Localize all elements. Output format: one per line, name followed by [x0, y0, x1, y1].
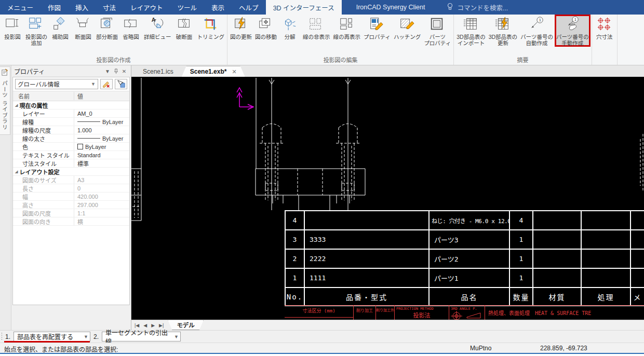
property-row-線種[interactable]: 線種ByLayer	[13, 118, 129, 126]
ribbon-button-explode[interactable]: 分解	[278, 15, 301, 40]
hide-lines-icon	[308, 16, 325, 33]
ribbon-button-section[interactable]: 断面図	[72, 15, 95, 40]
property-row-図面の向き[interactable]: 図面の向き横	[13, 217, 129, 226]
bom-row[interactable]: 33333パーツ31	[285, 230, 644, 249]
color-swatch	[77, 144, 83, 149]
next-sheet-button[interactable]: ▶	[151, 323, 155, 328]
ribbon: 投影図投影図の 追加補助図断面図部分断面省略図A詳細ビュー破断面トリミング投影図…	[0, 15, 644, 65]
property-section-1[interactable]: ◢レイアウト設定	[13, 168, 129, 176]
ribbon-button-label: トリミング	[197, 34, 225, 40]
svg-text:1: 1	[574, 17, 576, 22]
menu-item-dimension[interactable]: 寸法	[96, 0, 123, 15]
ribbon-button-label: 3D部品表の インポート	[457, 34, 485, 46]
app-window: メニュー作図挿入寸法レイアウトツール表示ヘルプ3D インターフェース IronC…	[0, 0, 644, 356]
menu-item-insert[interactable]: 挿入	[68, 0, 96, 15]
panel-menu-icon[interactable]: ▼	[103, 67, 112, 75]
ribbon-button-show-lines[interactable]: 線の再表示	[332, 15, 363, 40]
section-title: 現在の属性	[19, 101, 48, 109]
ribbon-button-trim[interactable]: トリミング	[196, 15, 226, 40]
linetype-sample	[77, 138, 100, 139]
pin-icon[interactable]	[112, 67, 120, 75]
sheet-tab-model[interactable]: モデル	[168, 320, 204, 330]
bom-row[interactable]: 4ねじ: 穴付き - M6.0 x 12.04	[285, 211, 644, 230]
drawing-canvas[interactable]: 4ねじ: 穴付き - M6.0 x 12.0433333パーツ3122222パー…	[131, 77, 644, 320]
property-row-寸法スタイル[interactable]: 寸法スタイル標準	[13, 159, 129, 168]
bom-cell	[533, 211, 581, 230]
ribbon-group-3: 穴寸法	[592, 15, 618, 65]
first-sheet-button[interactable]: |◀	[135, 323, 139, 328]
ribbon-button-hole-dim[interactable]: 穴寸法	[593, 15, 616, 40]
property-name: 線の太さ	[22, 134, 45, 143]
ribbon-button-bom-import[interactable]: 3D部品表の インポート	[455, 15, 487, 47]
sheet-bar: |◀ ◀ ▶ ▶| モデル	[131, 320, 644, 330]
ribbon-button-proj-add[interactable]: 投影図の 追加	[24, 15, 49, 47]
menu-item-layout[interactable]: レイアウト	[123, 0, 170, 15]
title-block-angle: 3RD ANGLE P.	[449, 306, 485, 320]
option-2-select[interactable]: 単一セグメントの引出線 ▼	[102, 332, 181, 341]
ribbon-button-bom-update[interactable]: 3D部品表の 更新	[487, 15, 519, 47]
title-block: 寸法区分 (mm) 削り加工 削り加工外 PROJECTION METHOD 投…	[285, 305, 644, 320]
command-search[interactable]: コマンドを検索...	[447, 0, 508, 15]
ribbon-button-balloon-manual[interactable]: 1パーツ番号の 手動作成	[555, 15, 591, 47]
property-row-テキスト スタイル[interactable]: テキスト スタイルStandard	[13, 151, 129, 159]
chevron-down-icon: ▼	[174, 334, 179, 339]
ribbon-button-balloon-auto[interactable]: 1パーツ番号の 自動作成	[519, 15, 555, 47]
property-row-図面のサイズ[interactable]: 図面のサイズA3	[13, 176, 129, 184]
library-icon	[1, 69, 9, 78]
property-row-色[interactable]: 色ByLayer	[13, 143, 129, 151]
ribbon-button-partial[interactable]: 部分断面	[95, 15, 119, 40]
option-1-select[interactable]: 部品表を再配置する ▼	[14, 332, 90, 341]
property-name: 図面の尺度	[22, 209, 51, 217]
ribbon-button-hide-lines[interactable]: 線の非表示	[301, 15, 332, 40]
ribbon-button-props[interactable]: プロパティ	[362, 15, 392, 40]
pick-selection-button[interactable]	[115, 79, 127, 89]
close-tab-icon[interactable]: ✕	[232, 69, 236, 75]
ribbon-button-abbrev[interactable]: 省略図	[119, 15, 142, 40]
property-row-長さ[interactable]: 長さ0	[13, 184, 129, 193]
property-row-線の太さ[interactable]: 線の太さByLayer	[13, 134, 129, 143]
document-tab-1[interactable]: Scene1.exb*✕	[182, 66, 245, 77]
ribbon-button-aux[interactable]: 補助図	[49, 15, 72, 40]
property-row-高さ[interactable]: 高さ297.000	[13, 201, 129, 209]
ribbon-button-detail[interactable]: A詳細ビュー	[142, 15, 173, 40]
menu-item-help[interactable]: ヘルプ	[232, 0, 266, 15]
ribbon-button-break[interactable]: 破断面	[173, 15, 196, 40]
property-row-図面の尺度[interactable]: 図面の尺度1:1	[13, 209, 129, 217]
menu-item-draw[interactable]: 作図	[41, 0, 68, 15]
move-icon	[258, 16, 274, 33]
ribbon-button-label: プロパティ	[364, 34, 391, 40]
menu-item-3d-interface[interactable]: 3D インターフェース	[266, 0, 342, 15]
show-lines-icon	[339, 16, 355, 33]
close-panel-icon[interactable]: ✕	[120, 67, 128, 75]
scope-select[interactable]: グローバル情報 ▼	[15, 79, 98, 89]
bom-row[interactable]: 22222パーツ21	[285, 249, 644, 268]
property-section-0[interactable]: ◢現在の属性	[13, 101, 129, 109]
property-name: レイヤー	[22, 109, 45, 118]
third-angle-symbol	[449, 311, 484, 320]
property-row-レイヤー[interactable]: レイヤーAM_0	[13, 109, 129, 118]
last-sheet-button[interactable]: ▶|	[159, 323, 164, 328]
ribbon-button-part-props[interactable]: パーツ プロパティ	[422, 15, 452, 47]
ribbon-button-update[interactable]: 図の更新	[229, 15, 253, 40]
trim-icon	[203, 16, 219, 33]
clear-edit-button[interactable]	[100, 79, 113, 89]
abbrev-icon	[123, 16, 139, 33]
menu-item-tools[interactable]: ツール	[170, 0, 205, 15]
drag-handle[interactable]	[1, 332, 3, 341]
ribbon-button-move[interactable]: 図の移動	[253, 15, 278, 40]
ribbon-button-proj[interactable]: 投影図	[1, 15, 24, 40]
bom-cell	[533, 249, 581, 268]
prev-sheet-button[interactable]: ◀	[143, 323, 147, 328]
menu-item-menu[interactable]: メニュー	[0, 0, 41, 15]
bom-cell: ねじ: 穴付き - M6.0 x 12.0	[429, 211, 509, 230]
document-tab-0[interactable]: Scene1.ics	[135, 66, 182, 77]
property-row-幅[interactable]: 幅420.000	[13, 193, 129, 201]
property-name: 図面のサイズ	[22, 176, 57, 184]
parts-library-tab[interactable]: パーツ ライブラリ	[0, 66, 10, 135]
property-row-線種の尺度[interactable]: 線種の尺度1.000	[13, 126, 129, 134]
ribbon-button-hatch[interactable]: ハッチング	[392, 15, 423, 40]
document-tabs: Scene1.icsScene1.exb*✕	[131, 65, 644, 77]
menu-item-view[interactable]: 表示	[204, 0, 232, 15]
bom-row[interactable]: 11111パーツ11	[285, 268, 644, 287]
bom-table[interactable]: 4ねじ: 穴付き - M6.0 x 12.0433333パーツ3122222パー…	[285, 210, 644, 306]
